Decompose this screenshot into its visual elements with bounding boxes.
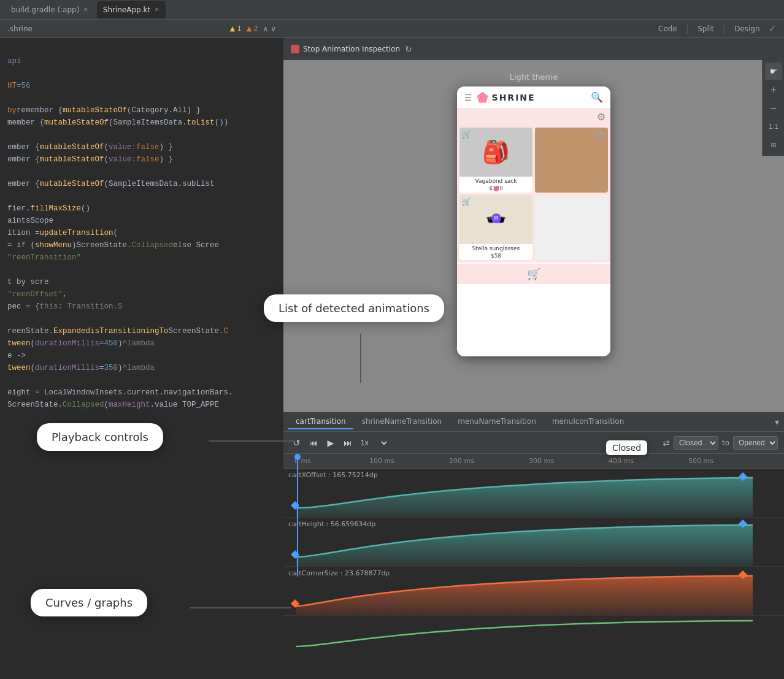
zoom-in-btn[interactable]: + [765, 81, 782, 98]
playback-controls-callout: Playback controls [37, 423, 163, 451]
refresh-icon[interactable]: ↻ [405, 44, 412, 54]
swap-icon[interactable]: ⇄ [663, 438, 670, 448]
playback-controls-text: Playback controls [52, 431, 148, 443]
code-line: eight = LocalWindowInsets.current.naviga… [0, 386, 283, 399]
product-card-leather: 🛒 [535, 128, 608, 193]
rewind-btn[interactable]: ↺ [290, 436, 303, 450]
product-card-bag: 🎒 🛒 Vagabond sack $120 [459, 128, 532, 193]
playback-connector [209, 440, 294, 442]
stop-inspection-btn[interactable]: Stop Animation Inspection [291, 45, 400, 53]
file-warnings: ▲ 1 ▲ 2 ∧ ∨ [230, 25, 276, 33]
more-tabs-btn[interactable]: ▾ [775, 417, 779, 427]
theme-label: Light theme [510, 72, 558, 82]
list-detected-callout: List of detected animations [264, 294, 444, 322]
tab-menuIconTransition[interactable]: menuIconTransition [545, 415, 631, 429]
stop-icon [291, 45, 299, 53]
to-state-select[interactable]: Opened Closed [733, 436, 778, 450]
product-name-bag: Vagabond sack [459, 177, 532, 185]
hand-tool-btn[interactable]: ☛ [765, 63, 782, 80]
time-100ms: 100 ms [369, 457, 394, 465]
search-icon[interactable]: 🔍 [591, 91, 603, 103]
product-grid: 🎒 🛒 Vagabond sack $120 🛒 [457, 125, 610, 263]
playback-bar: ↺ ⏮ ▶ ⏭ 1x 0.5x 0.25x 2x ⇄ Closed Opened… [283, 432, 784, 454]
closed-text: Closed [612, 443, 641, 453]
code-line: ition = updateTransition( [0, 227, 283, 239]
code-line: ember { mutableStateOf( value: false ) } [0, 153, 283, 166]
product-price-glasses: $58 [459, 253, 532, 260]
track-cartCornerSize-content: cartCornerSize : 23.678877dp [283, 567, 784, 615]
design-view-btn[interactable]: Design [731, 23, 763, 34]
close-shrine-icon[interactable]: ✕ [154, 6, 159, 13]
close-gradle-icon[interactable]: ✕ [83, 6, 88, 13]
add-to-cart-bar: 🛒 [457, 264, 610, 284]
code-line: ember { mutableStateOf(SampleItemsData.s… [0, 178, 283, 190]
warning-2: ▲ 2 [247, 25, 258, 33]
cart-icon-leather: 🛒 [596, 130, 605, 139]
cart-bar-icon[interactable]: 🛒 [527, 267, 540, 280]
checkmark-icon: ✓ [769, 23, 777, 34]
curves-connector [190, 607, 291, 608]
split-view-btn[interactable]: Split [694, 23, 718, 34]
fit-screen-btn[interactable]: 1:1 [765, 118, 782, 135]
right-panel: Code | Split | Design ✓ Stop Animation I… [283, 20, 784, 679]
from-state-select[interactable]: Closed Opened [674, 436, 718, 450]
track-cartHeight: cartHeight : 56.659634dp [283, 518, 784, 567]
code-line: e -> [0, 350, 283, 362]
step-back-btn[interactable]: ⏮ [307, 436, 320, 450]
menu-icon: ☰ [464, 93, 474, 102]
code-line: tween(durationMillis = 350) ^lambda [0, 362, 283, 374]
code-line: member { mutableStateOf(SampleItemsData.… [0, 117, 283, 129]
top-toolbar: Code | Split | Design ✓ [283, 20, 784, 38]
code-line: by remember { mutableStateOf(Category.Al… [0, 104, 283, 117]
code-line: "reenOffset", [0, 288, 283, 301]
tab-cartTransition[interactable]: cartTransition [288, 415, 353, 429]
timeline-area[interactable]: 0 ms 100 ms 200 ms 300 ms 400 ms 500 ms … [283, 454, 784, 679]
animation-panel: cartTransition shrineNameTransition menu… [283, 412, 784, 679]
phone-frame: ☰ SHRINE 🔍 ⚙ [457, 86, 610, 356]
time-300ms: 300 ms [529, 457, 554, 465]
code-line: reenState.Expanded isTransitioningTo Scr… [0, 325, 283, 337]
code-line: = if (showMenu) ScreenState.Collapsed el… [0, 239, 283, 251]
code-line: tween(durationMillis = 450) ^lambda [0, 337, 283, 350]
filter-icon[interactable]: ⚙ [597, 111, 605, 123]
track-cartXOffset-content: cartXOffset : 165.75214dp [283, 469, 784, 517]
layout-btn[interactable]: ⊞ [765, 136, 782, 153]
speed-select[interactable]: 1x 0.5x 0.25x 2x [358, 438, 389, 448]
time-200ms: 200 ms [449, 457, 474, 465]
code-line: ScreenState.Collapsed (maxHeight.value T… [0, 399, 283, 411]
tab-shrineNameTransition[interactable]: shrineNameTransition [355, 415, 450, 429]
product-card-glasses: 🕶️ 🛒 M Stella sunglasses $58 [459, 195, 532, 260]
track-extra [283, 616, 784, 653]
shrine-icon [477, 92, 488, 103]
code-line [0, 166, 283, 178]
track-cartXOffset: cartXOffset : 165.75214dp [283, 469, 784, 518]
nav-arrows[interactable]: ∧ ∨ [263, 25, 276, 33]
cartCornerSize-curve [283, 567, 784, 615]
file-header: .shrine ▲ 1 ▲ 2 ∧ ∨ [0, 20, 283, 38]
product-img-bag: 🎒 🛒 [459, 128, 532, 177]
track-cartCornerSize: cartCornerSize : 23.678877dp [283, 567, 784, 616]
cartHeight-curve [283, 518, 784, 566]
code-line [0, 67, 283, 80]
zoom-out-btn[interactable]: − [765, 99, 782, 117]
tab-shrine[interactable]: ShrineApp.kt ✕ [97, 1, 166, 18]
stop-label: Stop Animation Inspection [303, 45, 400, 53]
code-line: t by scre [0, 276, 283, 288]
tab-gradle[interactable]: build.gradle (:app) ✕ [5, 1, 94, 18]
code-view-btn[interactable]: Code [655, 23, 681, 34]
app-name: SHRINE [492, 93, 536, 102]
product-name-glasses: Stella sunglasses [459, 244, 532, 253]
tab-bar: build.gradle (:app) ✕ ShrineApp.kt ✕ [0, 0, 784, 20]
product-img-leather: 🛒 [535, 128, 608, 183]
warning-1: ▲ 1 [230, 25, 242, 33]
step-forward-btn[interactable]: ⏭ [341, 436, 355, 450]
tab-gradle-label: build.gradle (:app) [11, 6, 79, 14]
shrine-logo: ☰ SHRINE [464, 92, 536, 103]
preview-right-icons: ☛ + − 1:1 ⊞ [762, 60, 784, 156]
code-line: "reenTransition" [0, 251, 283, 264]
tab-menuNameTransition[interactable]: menuNameTransition [450, 415, 544, 429]
play-btn[interactable]: ▶ [324, 436, 337, 450]
code-line: aintsScope [0, 215, 283, 227]
code-line [0, 190, 283, 202]
cart-icon-glasses: 🛒 [462, 198, 471, 206]
